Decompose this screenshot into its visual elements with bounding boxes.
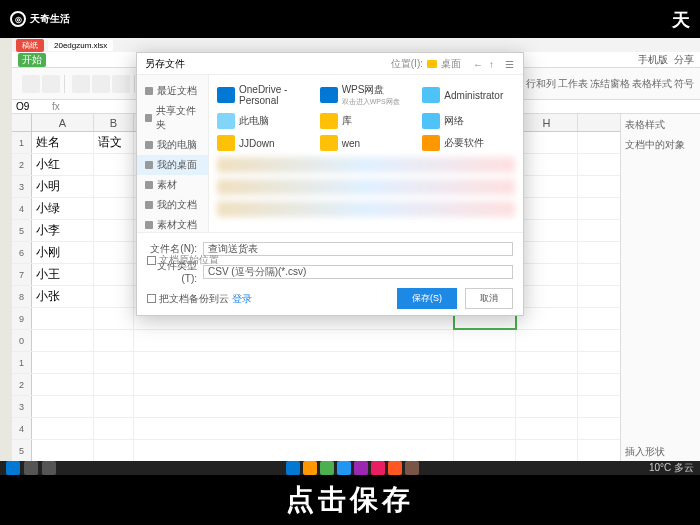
ribbon-start[interactable]: 开始 bbox=[18, 53, 46, 67]
row-number[interactable]: 1 bbox=[12, 352, 32, 373]
cell[interactable] bbox=[454, 440, 516, 461]
sidebar-item[interactable]: 我的电脑 bbox=[137, 135, 208, 155]
cell[interactable] bbox=[32, 418, 94, 439]
login-link[interactable]: 登录 bbox=[232, 292, 252, 306]
sidebar-item[interactable]: 我的文档 bbox=[137, 195, 208, 215]
cell[interactable] bbox=[94, 198, 134, 219]
col-header[interactable]: H bbox=[516, 114, 578, 131]
row-number[interactable]: 3 bbox=[12, 176, 32, 197]
cancel-button[interactable]: 取消 bbox=[465, 288, 513, 309]
sidebar-item[interactable]: 最近文档 bbox=[137, 81, 208, 101]
taskbar-app[interactable] bbox=[303, 461, 317, 475]
folder-item[interactable]: JJDown bbox=[217, 135, 310, 151]
taskbar-app[interactable] bbox=[337, 461, 351, 475]
cell[interactable]: 小绿 bbox=[32, 198, 94, 219]
start-button[interactable] bbox=[6, 461, 20, 475]
cell[interactable] bbox=[516, 352, 578, 373]
view-icon[interactable]: ☰ bbox=[505, 59, 515, 69]
tool-label[interactable]: 行和列 bbox=[526, 77, 556, 91]
tool-btn[interactable] bbox=[22, 75, 40, 93]
row-number[interactable]: 9 bbox=[12, 308, 32, 329]
cell[interactable] bbox=[134, 374, 454, 395]
cell[interactable] bbox=[516, 374, 578, 395]
cell[interactable]: 小张 bbox=[32, 286, 94, 307]
cell[interactable] bbox=[94, 176, 134, 197]
tool-label[interactable]: 表格样式 bbox=[632, 77, 672, 91]
sidebar-item[interactable]: 我的桌面 bbox=[137, 155, 208, 175]
cell[interactable] bbox=[94, 154, 134, 175]
folder-item[interactable]: wen bbox=[320, 135, 413, 151]
row-number[interactable]: 7 bbox=[12, 264, 32, 285]
filename-input[interactable]: 查询送货表 bbox=[203, 242, 513, 256]
taskbar-app[interactable] bbox=[42, 461, 56, 475]
tool-btn[interactable] bbox=[92, 75, 110, 93]
side-add[interactable]: 插入形状 bbox=[625, 445, 696, 459]
cell-reference[interactable]: O9 bbox=[16, 101, 46, 112]
cell[interactable] bbox=[454, 396, 516, 417]
cell[interactable]: 小红 bbox=[32, 154, 94, 175]
cell[interactable] bbox=[516, 418, 578, 439]
cell[interactable] bbox=[94, 330, 134, 351]
cell[interactable] bbox=[516, 440, 578, 461]
taskbar-app[interactable] bbox=[405, 461, 419, 475]
taskbar-app[interactable] bbox=[371, 461, 385, 475]
cell[interactable] bbox=[94, 418, 134, 439]
tool-btn[interactable] bbox=[72, 75, 90, 93]
cell[interactable] bbox=[32, 308, 94, 329]
row-number[interactable]: 1 bbox=[12, 132, 32, 153]
sidebar-item[interactable]: 素材 bbox=[137, 175, 208, 195]
cell[interactable]: 小王 bbox=[32, 264, 94, 285]
cell[interactable] bbox=[516, 154, 578, 175]
cell[interactable] bbox=[32, 374, 94, 395]
cell[interactable] bbox=[32, 352, 94, 373]
folder-item[interactable]: 网络 bbox=[422, 113, 515, 129]
weather-widget[interactable]: 10°C 多云 bbox=[649, 461, 694, 475]
backup-checkbox[interactable]: 把文档备份到云 登录 bbox=[147, 292, 252, 306]
cell[interactable]: 小明 bbox=[32, 176, 94, 197]
sidebar-item[interactable]: 共享文件夹 bbox=[137, 101, 208, 135]
restore-location[interactable]: 文档原始位置 bbox=[147, 253, 219, 267]
cell[interactable] bbox=[516, 242, 578, 263]
cell[interactable]: 姓名 bbox=[32, 132, 94, 153]
row-number[interactable]: 5 bbox=[12, 440, 32, 461]
row-number[interactable]: 0 bbox=[12, 330, 32, 351]
row-number[interactable]: 8 bbox=[12, 286, 32, 307]
cell[interactable] bbox=[94, 242, 134, 263]
cell[interactable] bbox=[94, 286, 134, 307]
folder-item[interactable]: 库 bbox=[320, 113, 413, 129]
cell[interactable] bbox=[134, 440, 454, 461]
filetype-select[interactable]: CSV (逗号分隔)(*.csv) bbox=[203, 265, 513, 279]
cell[interactable] bbox=[516, 396, 578, 417]
save-button[interactable]: 保存(S) bbox=[397, 288, 457, 309]
row-number[interactable]: 2 bbox=[12, 154, 32, 175]
cell[interactable] bbox=[32, 440, 94, 461]
cell[interactable] bbox=[94, 352, 134, 373]
location-value[interactable]: 桌面 bbox=[441, 57, 461, 71]
cell[interactable] bbox=[134, 396, 454, 417]
cell[interactable] bbox=[516, 286, 578, 307]
cell[interactable] bbox=[516, 198, 578, 219]
sidebar-item[interactable]: 素材文档 bbox=[137, 215, 208, 232]
row-number[interactable]: 2 bbox=[12, 374, 32, 395]
cell[interactable] bbox=[94, 374, 134, 395]
fx-icon[interactable]: fx bbox=[52, 101, 60, 112]
cell[interactable] bbox=[454, 418, 516, 439]
cell[interactable] bbox=[516, 132, 578, 153]
cell[interactable] bbox=[516, 220, 578, 241]
tool-label[interactable]: 冻结窗格 bbox=[590, 77, 630, 91]
cell[interactable] bbox=[454, 374, 516, 395]
cell[interactable] bbox=[454, 330, 516, 351]
select-all[interactable] bbox=[12, 114, 32, 131]
tool-btn[interactable] bbox=[42, 75, 60, 93]
cell[interactable] bbox=[94, 264, 134, 285]
row-number[interactable]: 4 bbox=[12, 418, 32, 439]
back-icon[interactable]: ← bbox=[473, 59, 483, 69]
cell[interactable] bbox=[32, 396, 94, 417]
folder-item[interactable]: 此电脑 bbox=[217, 113, 310, 129]
tool-label[interactable]: 符号 bbox=[674, 77, 694, 91]
folder-item[interactable]: Administrator bbox=[422, 83, 515, 107]
ribbon-share[interactable]: 分享 bbox=[674, 53, 694, 67]
cell[interactable]: 语文 bbox=[94, 132, 134, 153]
cell[interactable] bbox=[454, 352, 516, 373]
cell[interactable] bbox=[94, 440, 134, 461]
